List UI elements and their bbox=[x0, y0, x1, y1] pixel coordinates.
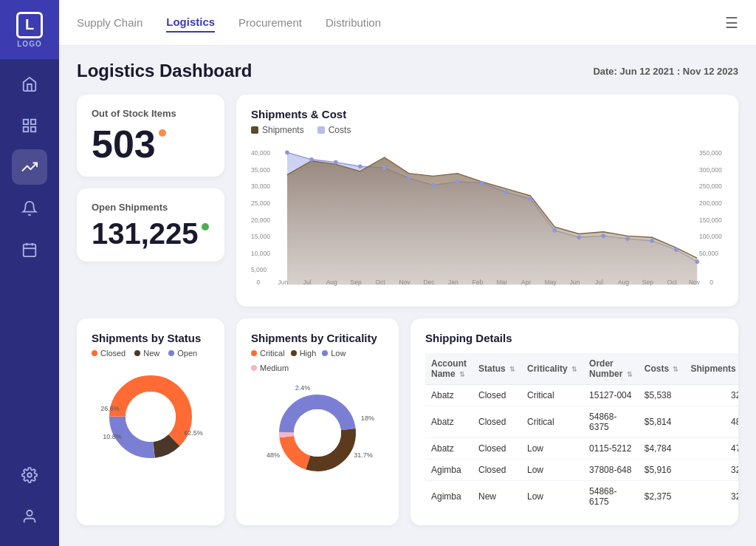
svg-point-44 bbox=[695, 259, 699, 264]
legend-new: New bbox=[134, 349, 159, 358]
chart-legend: Shipments Costs bbox=[251, 125, 724, 135]
svg-rect-1 bbox=[31, 120, 35, 124]
sidebar-item-settings[interactable] bbox=[12, 457, 47, 493]
svg-text:Jul: Jul bbox=[303, 279, 312, 286]
cell-costs: $2,375 bbox=[639, 481, 685, 513]
svg-text:Aug: Aug bbox=[618, 279, 629, 286]
table-row: Abatz Closed Low 0115-5212 $4,784 472 bbox=[425, 438, 738, 460]
legend-medium-dot bbox=[251, 365, 257, 371]
svg-point-30 bbox=[358, 164, 362, 168]
cell-costs: $5,538 bbox=[639, 385, 685, 406]
svg-point-35 bbox=[480, 181, 484, 185]
col-status: Status ⇅ bbox=[472, 353, 521, 385]
date-label: Date: bbox=[593, 66, 617, 77]
svg-point-27 bbox=[285, 151, 289, 155]
chart-title: Shipments & Cost bbox=[251, 108, 724, 120]
top-grid: Out of Stock Items 503 Open Shipments 13… bbox=[77, 95, 738, 307]
out-of-stock-indicator bbox=[159, 129, 166, 137]
svg-text:Oct: Oct bbox=[375, 279, 385, 286]
nav-procurement[interactable]: Procurement bbox=[238, 13, 302, 32]
svg-text:25,000: 25,000 bbox=[251, 199, 270, 207]
out-of-stock-label: Out of Stock Items bbox=[92, 108, 210, 119]
legend-open: Open bbox=[168, 349, 197, 358]
shipping-table: AccountName ⇅ Status ⇅ Criticality ⇅ Ord… bbox=[425, 353, 738, 512]
legend-critical-label: Critical bbox=[260, 349, 285, 358]
legend-low-dot bbox=[322, 350, 328, 356]
top-navigation: Supply Chain Logistics Procurement Distr… bbox=[59, 0, 756, 46]
svg-text:Mar: Mar bbox=[496, 279, 507, 286]
svg-point-8 bbox=[27, 473, 32, 477]
svg-text:100,000: 100,000 bbox=[699, 233, 722, 240]
cell-criticality: Critical bbox=[521, 385, 583, 406]
cell-order: 15127-004 bbox=[583, 385, 639, 406]
cell-shipments: 320 bbox=[684, 481, 738, 513]
svg-text:10.8%: 10.8% bbox=[103, 433, 122, 440]
svg-text:200,000: 200,000 bbox=[699, 199, 722, 207]
svg-text:10,000: 10,000 bbox=[251, 250, 270, 257]
cell-order: 54868-6375 bbox=[583, 406, 639, 438]
sidebar-item-bell[interactable] bbox=[12, 191, 47, 226]
cell-status: Closed bbox=[472, 385, 521, 406]
sidebar-item-calendar[interactable] bbox=[12, 232, 47, 267]
legend-costs-label: Costs bbox=[329, 125, 351, 135]
svg-text:40,000: 40,000 bbox=[251, 149, 270, 157]
svg-point-33 bbox=[431, 183, 436, 188]
sidebar-bottom bbox=[12, 457, 47, 546]
svg-text:Nov: Nov bbox=[689, 279, 701, 286]
nav-supply-chain[interactable]: Supply Chain bbox=[77, 13, 142, 32]
cell-status: Closed bbox=[472, 406, 521, 438]
legend-new-label: New bbox=[143, 349, 159, 358]
col-account: AccountName ⇅ bbox=[425, 353, 472, 385]
table-row: Agimba New Low 54868-6175 $2,375 320 bbox=[425, 481, 738, 513]
cell-shipments: 472 bbox=[684, 438, 738, 460]
open-shipments-value: 131,225 bbox=[92, 219, 199, 248]
date-value: Jun 12 2021 : Nov 12 2023 bbox=[620, 66, 738, 77]
criticality-legend: Critical High Low Medium bbox=[251, 349, 384, 372]
legend-shipments-color bbox=[251, 126, 258, 134]
svg-point-41 bbox=[625, 236, 630, 241]
cell-account: Abatz bbox=[425, 438, 472, 460]
svg-text:Jun: Jun bbox=[278, 279, 288, 286]
cell-criticality: Low bbox=[521, 460, 583, 481]
svg-text:300,000: 300,000 bbox=[699, 166, 722, 174]
nav-logistics[interactable]: Logistics bbox=[166, 13, 215, 33]
nav-distribution[interactable]: Distribution bbox=[326, 13, 381, 32]
sidebar-item-grid[interactable] bbox=[12, 108, 47, 143]
svg-text:350,000: 350,000 bbox=[699, 149, 722, 157]
svg-rect-0 bbox=[24, 120, 28, 124]
svg-text:62.5%: 62.5% bbox=[184, 429, 203, 437]
legend-low-label: Low bbox=[331, 349, 346, 358]
sidebar-item-chart[interactable] bbox=[12, 149, 47, 185]
legend-open-label: Open bbox=[177, 349, 197, 358]
table-row: Abatz Closed Critical 54868-6375 $5,814 … bbox=[425, 406, 738, 438]
sidebar-item-home[interactable] bbox=[12, 66, 47, 102]
legend-high-label: High bbox=[300, 349, 317, 358]
svg-text:250,000: 250,000 bbox=[699, 182, 722, 190]
cell-shipments: 485 bbox=[684, 406, 738, 438]
legend-high-dot bbox=[291, 350, 297, 356]
svg-rect-2 bbox=[24, 127, 28, 132]
table-row: Abatz Closed Critical 15127-004 $5,538 3… bbox=[425, 385, 738, 406]
open-shipments-card: Open Shipments 131,225 bbox=[77, 188, 224, 262]
cell-costs: $5,814 bbox=[639, 406, 685, 438]
legend-closed: Closed bbox=[92, 349, 126, 358]
cell-order: 0115-5212 bbox=[583, 438, 639, 460]
menu-icon[interactable]: ☰ bbox=[725, 14, 738, 32]
shipping-details-card: Shipping Details AccountName ⇅ Status ⇅ … bbox=[410, 318, 738, 525]
svg-text:15,000: 15,000 bbox=[251, 233, 270, 240]
criticality-donut-chart: 18% 31.7% 48% 2.4% bbox=[251, 380, 384, 476]
sidebar-item-user[interactable] bbox=[12, 499, 47, 534]
date-range: Date: Jun 12 2021 : Nov 12 2023 bbox=[593, 66, 738, 77]
svg-point-39 bbox=[577, 235, 581, 239]
svg-text:Oct: Oct bbox=[667, 279, 678, 286]
legend-high: High bbox=[291, 349, 317, 358]
logo-box: L bbox=[16, 12, 43, 38]
svg-text:26.6%: 26.6% bbox=[100, 405, 120, 412]
criticality-chart-title: Shipments by Criticality bbox=[251, 332, 384, 344]
cell-account: Abatz bbox=[425, 385, 472, 406]
cell-account: Abatz bbox=[425, 406, 472, 438]
cell-shipments: 320 bbox=[684, 385, 738, 406]
legend-low: Low bbox=[322, 349, 346, 358]
svg-text:50,000: 50,000 bbox=[699, 250, 718, 257]
svg-point-66 bbox=[126, 392, 176, 442]
